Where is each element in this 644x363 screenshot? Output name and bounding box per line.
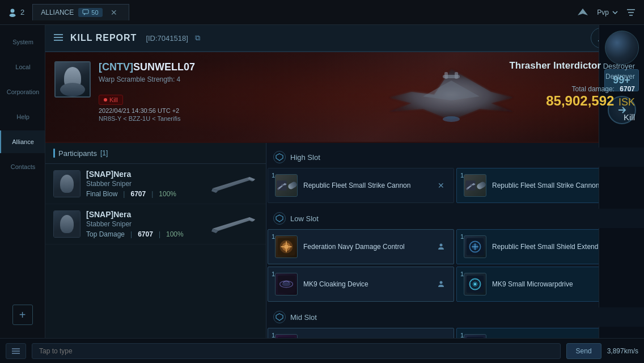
mid-slot-title: Mid Slot: [290, 313, 317, 322]
participant-name-2: [SNAP]Nera: [86, 210, 201, 219]
svg-point-4: [443, 116, 460, 122]
user-icon: [8, 8, 17, 17]
slot-action-low-3[interactable]: [435, 278, 447, 290]
kill-status-badge: Kill: [99, 95, 123, 105]
slot-item-high-1[interactable]: 1 Republic Fleet Small Strike Cannon ✕: [268, 168, 454, 203]
high-slot-icon: [273, 151, 286, 163]
sidebar-item-alliance[interactable]: Alliance: [0, 130, 45, 153]
svg-rect-2: [83, 10, 88, 14]
sidebar-corporation-label: Corporation: [7, 88, 39, 95]
sidebar-contacts-label: Contacts: [11, 163, 35, 170]
ship-info: Thrasher Interdictor Destroyer Destroyer…: [509, 60, 635, 122]
isk-label: ISK: [618, 96, 635, 108]
participants-title: Participants: [58, 149, 97, 158]
isk-amount: 85,902,592: [546, 93, 614, 108]
participants-panel: Participants [1] [SNAP]Nera Stabber Snip…: [45, 143, 266, 363]
speed-display: 3,897km/s: [607, 347, 638, 355]
blow-label-1: Final Blow: [86, 190, 117, 198]
participant-stats-2: Top Damage | 6707 | 100%: [86, 230, 201, 238]
top-bar-right: Pvp: [577, 7, 644, 18]
alliance-tab[interactable]: ALLIANCE 50 ✕: [32, 4, 129, 20]
cannon-icon-1: [276, 175, 288, 196]
slots-panel[interactable]: High Slot 1: [266, 143, 644, 363]
tab-close-button[interactable]: ✕: [107, 8, 121, 17]
add-channel-button[interactable]: +: [12, 305, 33, 325]
damage-label: Total damage: 6707: [509, 85, 635, 93]
sidebar-item-corporation[interactable]: Corporation: [0, 81, 45, 103]
left-sidebar: System Local Corporation Help Alliance C…: [0, 25, 45, 363]
chat-input[interactable]: [32, 343, 561, 359]
avatar-icon-2: [60, 215, 74, 233]
planet-circle: [605, 31, 639, 65]
mid-slot-header: Mid Slot: [266, 307, 644, 327]
slot-icon-low-4: [464, 273, 486, 296]
participant-info-2: [SNAP]Nera Stabber Sniper Top Damage | 6…: [86, 210, 201, 238]
high-slot-title: High Slot: [290, 153, 320, 162]
sidebar-item-system[interactable]: System: [0, 31, 45, 53]
damage-control-icon: [276, 236, 297, 258]
shield-section-icon: [276, 153, 283, 161]
low-slot-items-row1: 1 Federation Navy Damage Control: [266, 228, 644, 265]
high-slot-header: High Slot: [266, 147, 644, 167]
kill-badge-dot: [104, 98, 107, 102]
participants-bar-indicator: [53, 149, 55, 158]
ship-name: Thrasher Interdictor: [509, 60, 601, 71]
kill-result-label: Kill: [509, 112, 635, 122]
kill-content: Participants [1] [SNAP]Nera Stabber Snip…: [45, 143, 644, 363]
slot-item-low-1[interactable]: 1 Federation Navy Damage Control: [268, 229, 454, 264]
participant-avatar-1: [53, 170, 80, 197]
slot-name-high-1: Republic Fleet Small Strike Cannon: [303, 181, 430, 191]
sidebar-local-label: Local: [15, 64, 30, 70]
pvp-label: Pvp: [597, 9, 609, 16]
svg-point-29: [474, 283, 476, 285]
pvp-dropdown[interactable]: Pvp: [597, 9, 618, 16]
weapon-cannon-1: [207, 172, 258, 195]
chat-menu-button[interactable]: [6, 343, 26, 359]
slot-action-low-1[interactable]: [435, 241, 447, 252]
cloaking-device-icon: [276, 273, 297, 295]
weapon-image-1: [207, 172, 258, 195]
high-slot-section: High Slot 1: [266, 143, 644, 204]
participant-stats-1: Final Blow | 6707 | 100%: [86, 190, 201, 198]
svg-point-11: [470, 184, 472, 185]
chevron-down-icon: [612, 11, 618, 14]
person-icon-low-3: [437, 280, 445, 288]
kill-badge-label: Kill: [109, 96, 118, 103]
kill-time: 2022/04/21 14:30:56 UTC +2: [99, 107, 195, 114]
copy-icon[interactable]: ⧉: [195, 33, 200, 43]
damage-1: 6707: [130, 190, 146, 198]
bottom-bar: Send 3,897km/s: [0, 338, 644, 363]
svg-point-25: [440, 281, 443, 284]
ship-type: Destroyer: [603, 62, 635, 70]
shield-low-icon: [276, 214, 283, 222]
menu-lines-icon: [11, 348, 20, 354]
cannon-icon-2: [464, 175, 477, 196]
slot-icon-high-2: [464, 174, 486, 197]
participant-entry-2: [SNAP]Nera Stabber Sniper Top Damage | 6…: [45, 204, 266, 244]
svg-point-9: [281, 184, 283, 185]
low-slot-header: Low Slot: [266, 209, 644, 228]
ship-silhouette: [378, 58, 525, 137]
filter-icon[interactable]: [626, 8, 636, 17]
tab-count-badge: 50: [78, 8, 102, 17]
svg-point-1: [10, 14, 16, 17]
slot-icon-low-1: [275, 235, 298, 258]
weapon-cannon-2: [207, 213, 258, 235]
high-slot-items: 1 Republic Fleet Small Strike Cannon ✕: [266, 167, 644, 204]
victim-tag: [CNTV]: [99, 61, 133, 73]
percent-1: 100%: [159, 190, 176, 198]
shield-extender-icon: [464, 236, 486, 258]
isk-value-display: 85,902,592 ISK: [509, 93, 635, 109]
sidebar-item-contacts[interactable]: Contacts: [0, 155, 45, 178]
sidebar-item-help[interactable]: Help: [0, 105, 45, 128]
menu-icon[interactable]: [53, 32, 63, 44]
send-button[interactable]: Send: [566, 343, 601, 359]
sidebar-item-local[interactable]: Local: [0, 56, 45, 78]
slot-name-low-1: Federation Navy Damage Control: [303, 242, 430, 252]
separator-3: |: [130, 230, 132, 238]
low-slot-title: Low Slot: [290, 214, 319, 223]
slot-action-high-1[interactable]: ✕: [435, 180, 447, 191]
blow-label-2: Top Damage: [86, 230, 125, 238]
slot-name-low-3: MK9 Cloaking Device: [303, 280, 430, 289]
slot-item-low-3[interactable]: 1 MK9 Cloaking Device: [268, 267, 454, 302]
